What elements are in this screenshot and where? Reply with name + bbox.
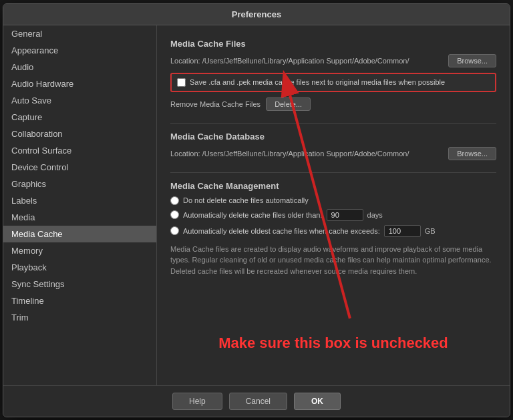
cache-age-input[interactable]: 90 — [327, 209, 363, 221]
save-cache-checkbox[interactable] — [177, 78, 186, 87]
radio-auto-delete-size[interactable] — [170, 226, 179, 235]
sidebar-item-media[interactable]: Media — [3, 209, 156, 226]
remove-cache-row: Remove Media Cache Files Delete... — [170, 97, 496, 111]
help-button[interactable]: Help — [172, 393, 222, 410]
radio-row-1: Do not delete cache files automatically — [170, 196, 496, 205]
delete-cache-button[interactable]: Delete... — [266, 97, 311, 111]
cache-db-browse-button[interactable]: Browse... — [448, 147, 496, 160]
main-content: Media Cache Files Location: /Users/JeffB… — [157, 25, 510, 385]
dialog-title: Preferences — [232, 9, 281, 19]
cache-files-location-row: Location: /Users/JeffBellune/Library/App… — [170, 54, 496, 67]
save-cache-label: Save .cfa and .pek media cache files nex… — [190, 78, 445, 86]
radio-auto-delete-old[interactable] — [170, 210, 179, 219]
sidebar-item-graphics[interactable]: Graphics — [3, 176, 156, 192]
media-cache-management-section: Media Cache Management Do not delete cac… — [170, 181, 496, 277]
sidebar-item-collaboration[interactable]: Collaboration — [3, 126, 156, 142]
sidebar-item-audio-hardware[interactable]: Audio Hardware — [3, 75, 156, 92]
section-title-cache-db: Media Cache Database — [170, 132, 496, 142]
sidebar-item-labels[interactable]: Labels — [3, 192, 156, 209]
radio-no-delete[interactable] — [170, 196, 179, 205]
sidebar-item-sync-settings[interactable]: Sync Settings — [3, 276, 156, 292]
sidebar-item-audio[interactable]: Audio — [3, 59, 156, 75]
cache-db-location-text: Location: /Users/JeffBellune/Library/App… — [170, 150, 443, 158]
radio-auto-delete-old-label: Automatically delete cache files older t… — [183, 211, 323, 219]
sidebar-item-control-surface[interactable]: Control Surface — [3, 142, 156, 159]
remove-cache-text: Remove Media Cache Files — [170, 100, 261, 108]
sidebar-item-appearance[interactable]: Appearance — [3, 42, 156, 59]
ok-button[interactable]: OK — [294, 393, 341, 410]
sidebar-item-general[interactable]: General — [3, 25, 156, 42]
cancel-button[interactable]: Cancel — [229, 393, 287, 410]
radio-auto-delete-size-label: Automatically delete oldest cache files … — [183, 227, 380, 235]
footer: Help Cancel OK — [3, 385, 510, 417]
sidebar-item-memory[interactable]: Memory — [3, 242, 156, 259]
sidebar-item-trim[interactable]: Trim — [3, 309, 156, 326]
media-cache-database-section: Media Cache Database Location: /Users/Je… — [170, 132, 496, 160]
sidebar-item-timeline[interactable]: Timeline — [3, 292, 156, 309]
sidebar-item-device-control[interactable]: Device Control — [3, 159, 156, 176]
save-cache-checkbox-row: Save .cfa and .pek media cache files nex… — [170, 73, 496, 92]
annotation-text: Make sure this box is unchecked — [157, 335, 510, 352]
sidebar-item-auto-save[interactable]: Auto Save — [3, 92, 156, 109]
section-title-cache-mgmt: Media Cache Management — [170, 181, 496, 191]
sidebar-item-capture[interactable]: Capture — [3, 109, 156, 126]
sidebar-item-media-cache[interactable]: Media Cache — [3, 226, 156, 242]
preferences-dialog: Preferences GeneralAppearanceAudioAudio … — [3, 3, 510, 417]
radio-row-3: Automatically delete oldest cache files … — [170, 225, 496, 237]
section-title-cache-files: Media Cache Files — [170, 39, 496, 49]
title-bar: Preferences — [3, 4, 510, 25]
cache-info-text: Media Cache files are created to display… — [170, 244, 496, 277]
cache-files-location-text: Location: /Users/JeffBellune/Library/App… — [170, 57, 443, 65]
days-unit-label: days — [367, 211, 383, 219]
gb-unit-label: GB — [425, 227, 436, 235]
cache-db-location-row: Location: /Users/JeffBellune/Library/App… — [170, 147, 496, 160]
sidebar: GeneralAppearanceAudioAudio HardwareAuto… — [3, 25, 157, 385]
sidebar-item-playback[interactable]: Playback — [3, 259, 156, 276]
cache-size-input[interactable]: 100 — [384, 225, 421, 237]
cache-files-browse-button[interactable]: Browse... — [448, 54, 496, 67]
media-cache-files-section: Media Cache Files Location: /Users/JeffB… — [170, 39, 496, 111]
radio-no-delete-label: Do not delete cache files automatically — [183, 196, 309, 204]
radio-row-2: Automatically delete cache files older t… — [170, 209, 496, 221]
